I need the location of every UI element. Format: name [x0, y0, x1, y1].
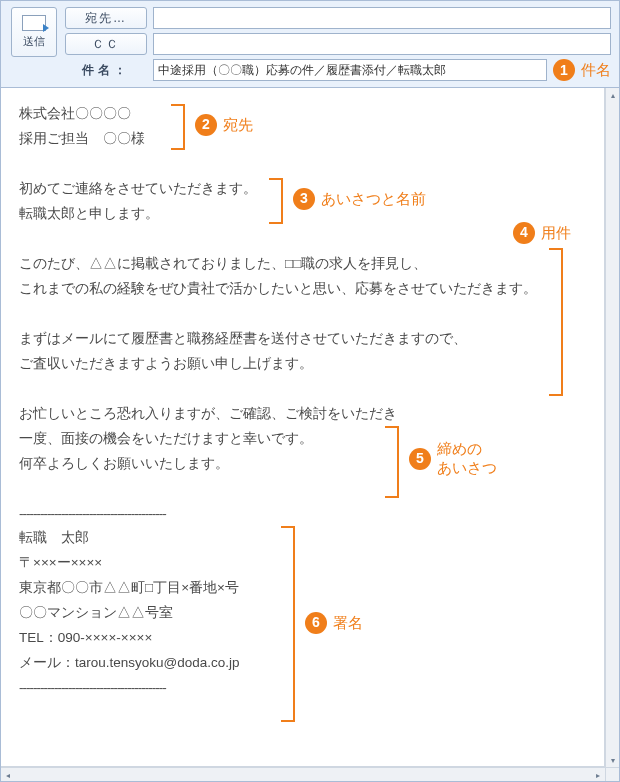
- signature-postal: 〒×××ー××××: [19, 551, 586, 576]
- scroll-up-icon[interactable]: ▴: [606, 88, 619, 102]
- signature-addr: 東京都〇〇市△△町□丁目×番地×号: [19, 576, 586, 601]
- signature-mail: メール：tarou.tensyoku@doda.co.jp: [19, 651, 586, 676]
- callout-label-1: 件名: [581, 61, 611, 80]
- send-label: 送信: [23, 34, 45, 49]
- cc-input[interactable]: [153, 33, 611, 55]
- purpose-line: ご査収いただきますようお願い申し上げます。: [19, 352, 586, 377]
- bracket-4: [549, 248, 563, 396]
- mail-compose-window: 送信 宛先… ＣＣ 件名： 1 件名 株式会社〇〇〇〇: [0, 0, 620, 782]
- purpose-line: このたび、△△に掲載されておりました、□□職の求人を拝見し、: [19, 252, 586, 277]
- callout-badge-1: 1: [553, 59, 575, 81]
- signature-tel: TEL：090-××××-××××: [19, 626, 586, 651]
- bracket-3: [269, 178, 283, 224]
- signature-dash: ----------------------------------------…: [19, 676, 586, 701]
- header: 送信 宛先… ＣＣ 件名： 1 件名: [1, 1, 619, 88]
- vertical-scrollbar[interactable]: ▴ ▾: [605, 88, 619, 767]
- closing-line: 何卒よろしくお願いいたします。: [19, 452, 586, 477]
- closing-line: 一度、面接の機会をいただけますと幸いです。: [19, 427, 586, 452]
- envelope-icon: [22, 15, 46, 31]
- scroll-down-icon[interactable]: ▾: [606, 753, 619, 767]
- greeting-line: 初めてご連絡をさせていただきます。: [19, 177, 586, 202]
- to-button[interactable]: 宛先…: [65, 7, 147, 29]
- horizontal-scrollbar[interactable]: ◂ ▸: [1, 767, 605, 781]
- bracket-5: [385, 426, 399, 498]
- bracket-6: [281, 526, 295, 722]
- recipient-company: 株式会社〇〇〇〇: [19, 102, 586, 127]
- purpose-line: まずはメールにて履歴書と職務経歴書を送付させていただきますので、: [19, 327, 586, 352]
- recipient-person: 採用ご担当 〇〇様: [19, 127, 586, 152]
- message-body[interactable]: 株式会社〇〇〇〇 採用ご担当 〇〇様 初めてご連絡をさせていただきます。 転職太…: [1, 88, 605, 767]
- subject-label: 件名：: [65, 62, 147, 79]
- signature-dash: ----------------------------------------…: [19, 502, 586, 527]
- closing-line: お忙しいところ恐れ入りますが、ご確認、ご検討をいただき: [19, 402, 586, 427]
- body-area: 株式会社〇〇〇〇 採用ご担当 〇〇様 初めてご連絡をさせていただきます。 転職太…: [1, 88, 619, 781]
- bracket-2: [171, 104, 185, 150]
- signature-name: 転職 太郎: [19, 526, 586, 551]
- purpose-line: これまでの私の経験をぜひ貴社で活かしたいと思い、応募をさせていただきます。: [19, 277, 586, 302]
- to-input[interactable]: [153, 7, 611, 29]
- signature-addr: 〇〇マンション△△号室: [19, 601, 586, 626]
- scroll-right-icon[interactable]: ▸: [591, 768, 605, 781]
- cc-button[interactable]: ＣＣ: [65, 33, 147, 55]
- scroll-left-icon[interactable]: ◂: [1, 768, 15, 781]
- greeting-line: 転職太郎と申します。: [19, 202, 586, 227]
- send-button[interactable]: 送信: [11, 7, 57, 57]
- subject-input[interactable]: [153, 59, 547, 81]
- scroll-corner: [605, 767, 619, 781]
